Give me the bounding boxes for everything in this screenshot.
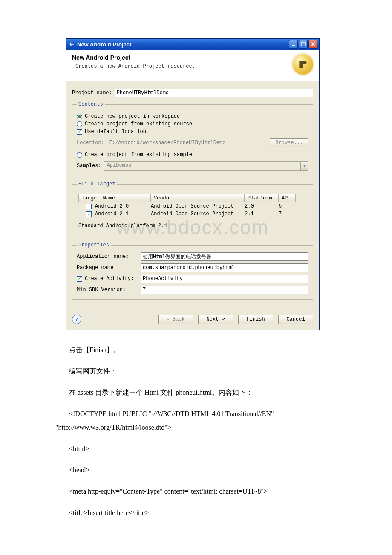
radio-icon — [77, 121, 82, 127]
radio-existing-sample[interactable]: Create project from existing sample — [77, 152, 308, 158]
code-line: <title>Insert title here</title> — [55, 506, 345, 520]
target-platform: 2.0 — [245, 203, 279, 209]
checkbox-icon[interactable] — [86, 204, 92, 209]
contents-legend: Contents — [77, 101, 105, 107]
location-row: Location: Browse... — [77, 138, 308, 147]
package-name-input[interactable] — [141, 263, 308, 272]
paragraph: 在 assets 目录下新建一个 Html 文件 phoneui.html。内容… — [55, 386, 345, 399]
col-target-name[interactable]: Target Name — [78, 194, 151, 202]
create-activity-label: Create Activity: — [85, 276, 134, 282]
code-line: <html> — [55, 442, 345, 456]
cancel-button[interactable]: Cancel — [278, 315, 313, 324]
table-row[interactable]: Android 2.1 Android Open Source Project … — [78, 210, 307, 218]
paragraph: 编写网页文件： — [55, 364, 345, 378]
code-line: <head> — [55, 463, 345, 477]
finish-button[interactable]: Finish — [238, 315, 273, 324]
svg-rect-0 — [292, 45, 295, 46]
project-name-row: Project name: — [72, 89, 313, 97]
radio-label: Create project from existing source — [85, 121, 192, 127]
target-vendor: Android Open Source Project — [151, 211, 245, 217]
radio-icon — [77, 114, 82, 119]
banner-heading: New Android Project — [72, 54, 195, 61]
code-line: <meta http-equiv="Content-Type" content=… — [55, 485, 345, 498]
app-icon — [69, 41, 75, 48]
location-input — [107, 139, 265, 147]
create-activity-row[interactable]: Create Activity: — [77, 276, 136, 282]
target-name: Android 2.0 — [95, 203, 129, 209]
build-target-table: Target Name Vendor Platform AP... Androi… — [78, 194, 307, 218]
properties-legend: Properties — [77, 242, 111, 248]
table-header-row: Target Name Vendor Platform AP... — [78, 194, 307, 202]
article-body: 点击【Finish】。 编写网页文件： 在 assets 目录下新建一个 Htm… — [55, 343, 345, 520]
project-name-label: Project name: — [72, 90, 112, 96]
target-vendor: Android Open Source Project — [151, 203, 245, 209]
radio-label: Create project from existing sample — [85, 152, 192, 158]
table-row[interactable]: Android 2.0 Android Open Source Project … — [78, 202, 307, 210]
standard-platform-note: Standard Android platform 2.1 — [78, 223, 307, 229]
radio-existing-source[interactable]: Create project from existing source — [77, 121, 308, 127]
location-label: Location: — [77, 140, 104, 146]
next-button[interactable]: Next > — [198, 315, 233, 324]
help-icon[interactable]: ? — [72, 315, 81, 324]
application-name-label: Application name: — [77, 254, 136, 260]
samples-row: Samples: ApiDemos ▾ — [77, 161, 308, 171]
dialog-footer: ? < Back Next > Finish Cancel — [66, 309, 319, 330]
radio-icon — [77, 152, 82, 158]
paragraph: 点击【Finish】。 — [55, 343, 345, 357]
checkbox-icon — [77, 276, 82, 282]
checkbox-icon — [77, 129, 82, 135]
dialog-window: New Android Project New Android Project … — [66, 38, 320, 330]
samples-combo[interactable]: ApiDemos ▾ — [104, 161, 308, 171]
checkbox-label: Use default location — [85, 129, 146, 135]
browse-button[interactable]: Browse... — [270, 138, 308, 147]
application-name-input[interactable] — [141, 252, 308, 261]
contents-group: Contents Create new project in workspace… — [72, 101, 313, 176]
back-button[interactable]: < Back — [158, 315, 193, 324]
build-target-legend: Build Target — [77, 181, 117, 187]
checkbox-icon[interactable] — [86, 211, 92, 217]
col-vendor[interactable]: Vendor — [151, 194, 245, 202]
target-name: Android 2.1 — [95, 211, 129, 217]
properties-group: Properties Application name: Package nam… — [72, 242, 313, 300]
target-api: 7 — [279, 211, 296, 217]
chevron-down-icon: ▾ — [300, 162, 308, 170]
minimize-button[interactable] — [289, 40, 298, 49]
radio-new-project[interactable]: Create new project in workspace — [77, 113, 308, 119]
col-api[interactable]: AP... — [279, 194, 296, 202]
target-platform: 2.1 — [245, 211, 279, 217]
col-platform[interactable]: Platform — [245, 194, 279, 202]
build-target-group: Build Target Target Name Vendor Platform… — [72, 181, 313, 237]
svg-rect-1 — [302, 43, 305, 46]
window-title: New Android Project — [77, 41, 288, 48]
samples-label: Samples: — [77, 163, 101, 169]
banner-subtext: Creates a new Android Project resource. — [75, 64, 195, 69]
package-name-label: Package name: — [77, 265, 136, 271]
maximize-button[interactable] — [299, 40, 308, 49]
samples-value: ApiDemos — [104, 162, 300, 170]
titlebar[interactable]: New Android Project — [66, 39, 319, 50]
radio-label: Create new project in workspace — [85, 113, 180, 119]
close-button[interactable] — [308, 40, 317, 49]
min-sdk-label: Min SDK Version: — [77, 287, 136, 293]
code-line: <!DOCTYPE html PUBLIC "-//W3C//DTD HTML … — [55, 407, 345, 434]
dialog-banner: New Android Project Creates a new Androi… — [66, 50, 319, 81]
dialog-body: Project name: Contents Create new projec… — [66, 81, 319, 309]
min-sdk-input[interactable] — [141, 286, 308, 294]
project-name-input[interactable] — [115, 89, 313, 97]
target-api: 5 — [279, 203, 296, 209]
activity-name-input[interactable] — [141, 275, 308, 283]
banner-icon — [293, 54, 313, 75]
checkbox-use-default-location[interactable]: Use default location — [77, 129, 308, 135]
